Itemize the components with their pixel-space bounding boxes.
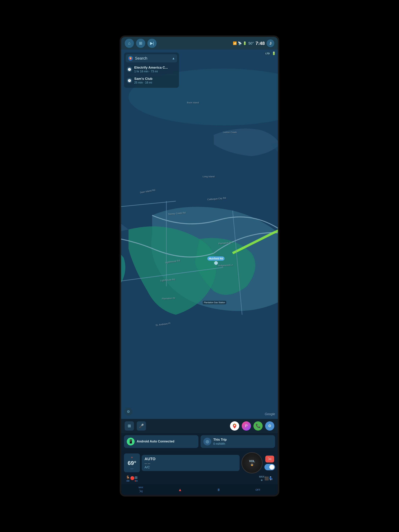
off-label: OFF: [255, 488, 260, 491]
trip-card[interactable]: ◎ This Trip 0 mi/kWh: [201, 435, 275, 448]
fan-button[interactable]: 🌬: [265, 456, 274, 462]
climate-panel: + 69° — AUTO — — A/C VOL: [121, 450, 278, 484]
trip-icon: ◎: [203, 438, 211, 445]
max-label: MAX: [139, 486, 143, 489]
seat-heat-button[interactable]: 🪑: [126, 475, 130, 481]
rear-defrost-button[interactable]: ⬛: [264, 476, 269, 481]
trip-title: This Trip: [213, 438, 272, 442]
signal-icon: 📡: [238, 41, 242, 45]
result-detail-1: 25 min · 16 mi: [134, 81, 176, 84]
ac-label: A/C: [145, 465, 237, 469]
grid-view-button[interactable]: ⊞: [125, 421, 134, 431]
map-settings-button[interactable]: ⚙: [124, 407, 133, 416]
defrost-icon: ❄: [261, 479, 263, 482]
max-defrost-label: MAX: [259, 475, 264, 478]
history-icon-1: 🕐: [127, 78, 132, 83]
history-icon-0: 🕐: [127, 67, 132, 72]
temp-down-button[interactable]: —: [130, 467, 133, 470]
temperature-control: + 69° —: [124, 453, 140, 472]
android-auto-card[interactable]: 📱 Android Auto Connected: [124, 435, 198, 448]
status-right: 📶 📡 🔋 50° 7:48 J: [233, 39, 274, 47]
search-result-0[interactable]: 🕐 Electrify America C... 1 hr 18 min · 7…: [126, 64, 177, 75]
fan-nav-icon: 🌬: [139, 489, 143, 493]
apps-control-button[interactable]: ⊞: [135, 475, 138, 481]
apps-button[interactable]: ⊞: [136, 39, 145, 48]
status-bar: ⌂ ⊞ ▶| 📶 📡 🔋 50° 7:48 J: [121, 37, 278, 50]
seat-icon: 🪑: [126, 475, 130, 480]
nav-buttons: ⌂ ⊞ ▶|: [125, 39, 157, 48]
temperature-display: 50°: [248, 41, 254, 45]
battery-map-icon: 🔋: [272, 51, 276, 55]
temp-up-button[interactable]: +: [131, 455, 133, 460]
screen-bezel: ⌂ ⊞ ▶| 📶 📡 🔋 50° 7:48 J: [120, 35, 279, 497]
info-cards: 📱 Android Auto Connected ◎ This Trip 0 m…: [121, 433, 278, 450]
pandora-app-icon[interactable]: P: [242, 421, 251, 431]
media-button[interactable]: ▶|: [147, 39, 157, 48]
android-auto-title: Android Auto Connected: [137, 439, 196, 443]
status-icons: 📶 📡 🔋: [233, 41, 247, 45]
climate-right-controls: 🌬: [264, 456, 275, 470]
gas-station-label: Plantation Gas Station: [203, 301, 226, 304]
search-panel: Search ▲ 🕐 Electrify America C... 1 hr 1…: [124, 52, 179, 88]
svg-point-8: [234, 425, 235, 426]
hazard-button[interactable]: 🔴: [130, 476, 135, 481]
hazard-icon: 🔴: [130, 476, 135, 480]
triangle-icon: ▲: [178, 488, 182, 492]
settings-app-icon[interactable]: ⚙: [265, 421, 274, 431]
user-avatar[interactable]: J: [266, 39, 274, 47]
vol-label: VOL: [249, 460, 255, 463]
result-name-1: Sam's Club: [134, 77, 176, 81]
wifi-icon: 📶: [233, 41, 237, 45]
climate-main-row: + 69° — AUTO — — A/C VOL: [124, 452, 275, 474]
toggle-button[interactable]: [264, 464, 275, 470]
max-fan-button[interactable]: MAX 🌬: [139, 486, 143, 493]
road-label-buck-island: Buck Island: [187, 101, 199, 104]
chevron-up-icon[interactable]: ▲: [172, 57, 175, 60]
map-background: [121, 50, 278, 419]
volume-knob[interactable]: VOL: [241, 452, 263, 474]
pause-button[interactable]: ⏸: [217, 488, 221, 492]
ltd-badge: LTD: [264, 52, 271, 55]
search-label: Search: [135, 56, 170, 61]
pin-label: Muirfield Rd: [207, 256, 224, 261]
off-button[interactable]: OFF: [255, 488, 260, 491]
maps-app-icon[interactable]: [230, 421, 239, 431]
rear-icon: ⬛: [264, 476, 269, 481]
search-result-1[interactable]: 🕐 Sam's Club 25 min · 16 mi: [126, 75, 177, 86]
google-branding: Google: [265, 412, 275, 416]
map-container[interactable]: Deer Island Rd Stoney Creek Rd Lighthous…: [121, 50, 278, 419]
bottom-taskbar: ⊞ 🎤 P 📞 ⚙: [121, 419, 278, 433]
microphone-button[interactable]: 🎤: [137, 421, 146, 431]
result-name-0: Electrify America C...: [134, 66, 176, 70]
android-icon: 📱: [127, 438, 135, 445]
taskbar-apps: P 📞 ⚙: [230, 421, 274, 431]
battery-icon: 🔋: [243, 41, 247, 45]
seat-cool-icon: 💺: [269, 476, 273, 481]
trip-subtitle: 0 mi/kWh: [213, 442, 272, 445]
result-detail-0: 1 hr 18 min · 73 mi: [134, 70, 176, 73]
taskbar-left: ⊞ 🎤: [125, 421, 146, 431]
toggle-knob: [269, 465, 274, 469]
auto-mode-label: AUTO: [145, 457, 237, 461]
time-display: 7:48: [255, 41, 265, 46]
apps-icon: ⊞: [135, 475, 138, 480]
warning-button[interactable]: ▲: [178, 488, 182, 492]
seat-cool-button[interactable]: 💺: [269, 476, 273, 481]
temp-value-display: 69°: [128, 460, 136, 466]
home-button[interactable]: ⌂: [125, 39, 134, 48]
road-label-long-island: Long Island: [203, 175, 215, 178]
location-dot: [214, 261, 218, 265]
google-maps-icon: [128, 56, 133, 61]
bottom-nav: MAX 🌬 ▲ ⏸ OFF: [121, 484, 278, 495]
search-bar[interactable]: Search ▲: [126, 54, 177, 63]
climate-mode-display: AUTO — — A/C: [142, 455, 240, 471]
map-pin[interactable]: Muirfield Rd: [207, 256, 224, 265]
max-defrost-button[interactable]: MAX ❄: [259, 475, 264, 482]
pause-icon: ⏸: [217, 488, 221, 492]
settings-icon: ⚙: [127, 410, 130, 414]
map-indicators: LTD 🔋: [264, 51, 276, 55]
climate-bottom-row: 🪑 🔴 ⊞ MAX ❄ ⬛ 💺: [124, 475, 275, 482]
phone-app-icon[interactable]: 📞: [253, 421, 263, 431]
road-label-lavton: Lavton Creek: [223, 131, 237, 133]
